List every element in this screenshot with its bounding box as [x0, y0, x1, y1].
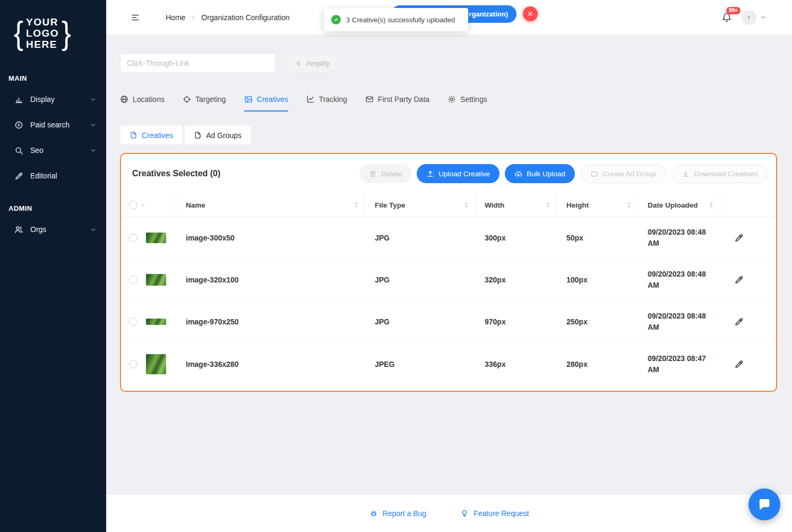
creative-width: 300px [475, 217, 557, 259]
folder-icon [590, 170, 598, 178]
tab-creatives[interactable]: Creatives [244, 95, 288, 111]
image-icon [244, 95, 253, 104]
creative-thumbnail [146, 274, 166, 286]
sort-icon: ▲▼ [627, 201, 631, 209]
panel-actions: Delete Upload Creative Bulk Upload Creat… [359, 164, 768, 183]
chat-widget-button[interactable] [748, 488, 780, 520]
creative-width: 320px [475, 259, 557, 301]
column-header-height[interactable]: Height ▲▼ [557, 193, 638, 217]
tab-targeting[interactable]: Targeting [183, 95, 226, 111]
dollar-circle-icon [14, 121, 23, 130]
logo: { YOUR LOGO HERE } [0, 0, 106, 56]
button-label: Create Ad Group [602, 170, 656, 178]
footer-link-label: Feature Request [474, 509, 529, 518]
sidebar-item-editorial[interactable]: Editorial [0, 163, 106, 188]
tab-first-party-data[interactable]: First Party Data [365, 95, 429, 111]
creative-date-uploaded: 09/20/2023 08:48 AM [638, 217, 720, 259]
button-label: Delete [381, 170, 402, 178]
sidebar-item-display[interactable]: Display [0, 87, 106, 112]
close-icon [526, 10, 535, 18]
tab-label: Targeting [195, 95, 226, 104]
table-row: image-320x100 JPG 320px 100px 09/20/2023… [121, 259, 776, 301]
creative-name: image-970x250 [176, 301, 365, 343]
select-all-control[interactable] [121, 193, 176, 217]
lightbulb-icon [460, 509, 469, 518]
report-a-bug-link[interactable]: Report a Bug [369, 509, 427, 518]
tab-tracking[interactable]: Tracking [306, 95, 347, 111]
logo-brace-open: { [14, 17, 23, 49]
breadcrumb-home-link[interactable]: Home [166, 13, 185, 22]
chevron-down-icon [760, 14, 767, 21]
sort-icon: ▲▼ [546, 201, 550, 209]
creative-date-uploaded: 09/20/2023 08:48 AM [638, 301, 720, 343]
delete-button[interactable]: Delete [359, 164, 411, 183]
creative-date-uploaded: 09/20/2023 08:48 AM [638, 259, 720, 301]
header-right-cluster: 99+ r [721, 0, 767, 35]
column-header-file-type[interactable]: File Type ▲▼ [365, 193, 475, 217]
table-row: image-300x50 JPG 300px 50px 09/20/2023 0… [121, 217, 776, 259]
topbar: Home Organization Configuration rganizat… [106, 0, 792, 35]
sidebar-item-seo[interactable]: Seo [0, 138, 106, 163]
row-radio[interactable] [129, 318, 137, 326]
tab-settings[interactable]: Settings [447, 95, 487, 111]
creative-height: 50px [557, 217, 638, 259]
sort-icon: ▲▼ [464, 201, 468, 209]
sidebar-item-paid-search[interactable]: Paid search [0, 112, 106, 138]
footer: Report a Bug Feature Request [106, 495, 792, 532]
target-icon [183, 95, 191, 104]
notifications-button[interactable]: 99+ [721, 12, 732, 23]
column-header-width[interactable]: Width ▲▼ [475, 193, 557, 217]
select-all-radio[interactable] [129, 201, 137, 209]
amplify-button[interactable]: Amplify [285, 54, 339, 73]
user-menu[interactable]: r [742, 10, 767, 25]
pencil-icon [734, 233, 744, 243]
column-header-actions [720, 193, 776, 217]
chevron-right-icon [190, 14, 196, 21]
creatives-selected-title: Creatives Selected (0) [132, 169, 220, 178]
feature-request-link[interactable]: Feature Request [460, 509, 529, 518]
table-row: image-970x250 JPG 970px 250px 09/20/2023… [121, 301, 776, 343]
sidebar-toggle-button[interactable] [131, 13, 140, 22]
creatives-panel: Creatives Selected (0) Delete Upload Cre… [120, 153, 777, 392]
creative-file-type: JPG [365, 301, 475, 343]
row-radio[interactable] [129, 234, 137, 242]
edit-creative-button[interactable] [734, 359, 744, 369]
check-circle-icon [331, 15, 341, 24]
amplify-icon [294, 59, 303, 67]
subtab-ad-groups[interactable]: Ad Groups [184, 125, 251, 145]
sort-icon: ▲▼ [710, 201, 713, 209]
sidebar-item-orgs[interactable]: Orgs [0, 217, 106, 242]
edit-creative-button[interactable] [734, 275, 744, 285]
chevron-down-icon [90, 96, 97, 103]
panel-header: Creatives Selected (0) Delete Upload Cre… [121, 154, 776, 193]
logo-brace-close: } [62, 17, 71, 49]
upload-creative-button[interactable]: Upload Creative [417, 164, 500, 183]
create-ad-group-button[interactable]: Create Ad Group [580, 164, 666, 183]
row-radio[interactable] [129, 360, 137, 368]
button-label: Download Creatives [694, 170, 758, 178]
creative-thumbnail [146, 354, 166, 374]
sidebar-item-label: Seo [30, 146, 44, 155]
download-creatives-button[interactable]: Download Creatives [672, 164, 768, 183]
edit-creative-button[interactable] [734, 317, 744, 327]
chevron-down-icon [90, 147, 97, 154]
pencil-icon [734, 275, 744, 285]
globe-icon [120, 95, 128, 104]
button-label: Bulk Upload [527, 170, 565, 178]
close-button[interactable] [523, 6, 538, 21]
creative-file-type: JPG [365, 259, 475, 301]
bulk-upload-button[interactable]: Bulk Upload [505, 164, 575, 183]
tab-locations[interactable]: Locations [120, 95, 165, 111]
subtab-creatives[interactable]: Creatives [120, 125, 183, 145]
column-header-date-uploaded[interactable]: Date Uploaded ▲▼ [638, 193, 720, 217]
column-header-name[interactable]: Name ▲▼ [176, 193, 365, 217]
row-radio[interactable] [129, 276, 137, 284]
sidebar-item-label: Paid search [30, 121, 70, 129]
download-icon [682, 170, 690, 178]
sort-icon: ▲▼ [355, 201, 358, 209]
edit-creative-button[interactable] [734, 233, 744, 243]
tab-bar: Locations Targeting Creatives Tracking F… [120, 95, 487, 111]
chevron-down-icon [90, 226, 97, 233]
upload-success-toast: 3 Creative(s) successfully uploaded [324, 8, 468, 31]
click-through-link-input[interactable] [120, 53, 276, 73]
